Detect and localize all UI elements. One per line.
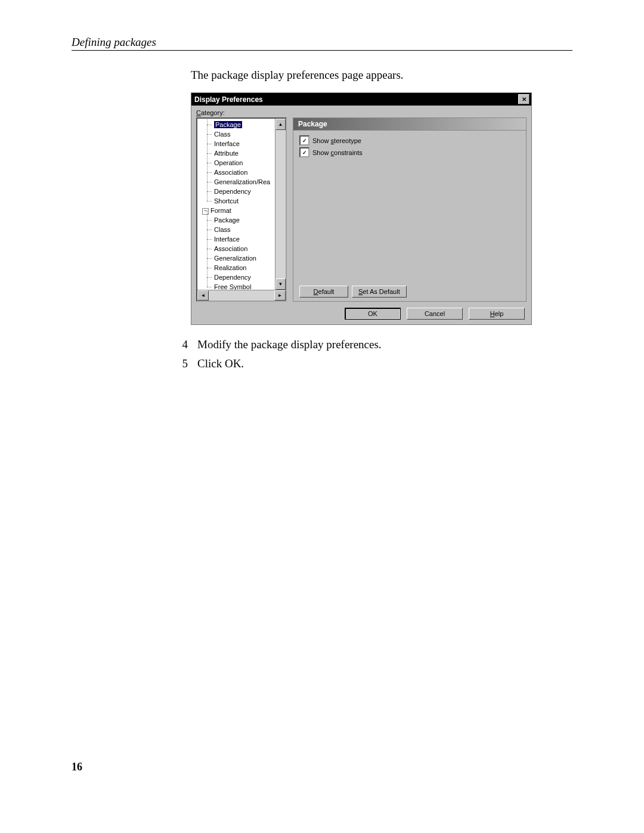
display-prefs-dialog: Display Preferences ✕ Category: Package … (191, 92, 532, 325)
cancel-button[interactable]: Cancel (407, 308, 463, 320)
category-tree[interactable]: Package Class Interface Attribute Operat… (196, 117, 287, 302)
scroll-right-icon[interactable]: ► (274, 290, 286, 301)
step-number: 4 (176, 338, 188, 351)
pane-header: Package (293, 117, 527, 131)
intro-text: The package display preferences page app… (191, 69, 572, 82)
page-number: 16 (72, 761, 82, 773)
tree-item[interactable]: Interface (199, 234, 286, 244)
step-text: Modify the package display preferences. (197, 338, 382, 351)
show-constraints-checkbox[interactable]: ✓ (299, 147, 309, 157)
tree-item[interactable]: Association (199, 168, 286, 177)
step-row: 5 Click OK. (176, 357, 572, 370)
tree-item[interactable]: Operation (199, 158, 286, 168)
tree-item[interactable]: Class (199, 129, 286, 139)
tree-item[interactable]: Package (199, 120, 286, 129)
tree-item[interactable]: Free Symbol (199, 282, 286, 290)
section-header: Defining packages (72, 36, 572, 51)
help-button[interactable]: Help (469, 308, 525, 320)
tree-item[interactable]: Realization (199, 263, 286, 272)
show-constraints-label: Show constraints (312, 149, 363, 156)
tree-hscrollbar[interactable]: ◄ ► (197, 290, 286, 301)
tree-item[interactable]: Package (199, 215, 286, 225)
tree-item[interactable]: Attribute (199, 148, 286, 158)
ok-button[interactable]: OK (345, 308, 401, 320)
scroll-down-icon[interactable]: ▼ (275, 278, 286, 290)
show-stereotype-checkbox[interactable]: ✓ (299, 135, 309, 145)
step-row: 4 Modify the package display preferences… (176, 338, 572, 351)
default-button[interactable]: Default (299, 286, 348, 298)
tree-item[interactable]: Shortcut (199, 196, 286, 206)
tree-item[interactable]: Generalization (199, 253, 286, 263)
tree-group[interactable]: −Format (199, 206, 286, 215)
show-stereotype-label: Show stereotype (312, 137, 361, 144)
scroll-left-icon[interactable]: ◄ (197, 290, 209, 301)
set-as-default-button[interactable]: Set As Default (352, 286, 407, 298)
titlebar: Display Preferences ✕ (191, 93, 531, 106)
step-text: Click OK. (197, 357, 244, 370)
category-label: Category: (196, 109, 527, 116)
tree-item[interactable]: Dependency (199, 272, 286, 282)
tree-item[interactable]: Dependency (199, 187, 286, 196)
step-number: 5 (176, 357, 188, 370)
tree-vscrollbar[interactable]: ▲ ▼ (275, 119, 286, 290)
tree-item[interactable]: Class (199, 225, 286, 234)
dialog-title: Display Preferences (194, 95, 518, 104)
tree-item[interactable]: Association (199, 244, 286, 253)
tree-item[interactable]: Interface (199, 139, 286, 148)
tree-item[interactable]: Generalization/Rea (199, 177, 286, 187)
close-icon[interactable]: ✕ (518, 94, 530, 104)
collapse-icon[interactable]: − (202, 208, 209, 215)
scroll-up-icon[interactable]: ▲ (275, 119, 286, 130)
